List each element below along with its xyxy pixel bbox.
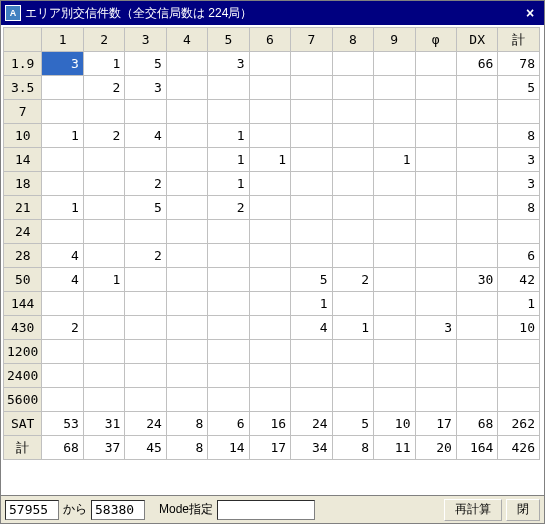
cell[interactable] (456, 388, 497, 412)
cell[interactable]: 3 (498, 148, 540, 172)
cell[interactable]: 1 (291, 292, 332, 316)
cell[interactable] (249, 172, 290, 196)
cell[interactable] (291, 172, 332, 196)
cell[interactable] (332, 220, 373, 244)
cell[interactable] (83, 148, 124, 172)
cell[interactable] (83, 244, 124, 268)
cell[interactable] (208, 244, 249, 268)
row-header[interactable]: 3.5 (4, 76, 42, 100)
cell[interactable] (415, 292, 456, 316)
cell[interactable] (249, 196, 290, 220)
cell[interactable] (125, 148, 166, 172)
row-header[interactable]: 1200 (4, 340, 42, 364)
cell[interactable] (166, 268, 207, 292)
cell[interactable] (249, 292, 290, 316)
cell[interactable] (374, 220, 415, 244)
cell[interactable] (456, 220, 497, 244)
cell[interactable] (249, 124, 290, 148)
cell[interactable] (374, 364, 415, 388)
cell[interactable] (332, 172, 373, 196)
cell[interactable]: 45 (125, 436, 166, 460)
cell[interactable] (374, 268, 415, 292)
to-input[interactable] (91, 500, 145, 520)
cell[interactable]: 4 (42, 268, 83, 292)
cell[interactable]: 1 (498, 292, 540, 316)
cell[interactable] (291, 148, 332, 172)
col-header[interactable]: 5 (208, 28, 249, 52)
cell[interactable]: 4 (125, 124, 166, 148)
col-header[interactable]: 6 (249, 28, 290, 52)
col-header[interactable]: 4 (166, 28, 207, 52)
cell[interactable] (291, 244, 332, 268)
cell[interactable] (456, 316, 497, 340)
cell[interactable] (249, 388, 290, 412)
cell[interactable] (332, 52, 373, 76)
cell[interactable] (374, 196, 415, 220)
cell[interactable] (83, 340, 124, 364)
cell[interactable] (166, 316, 207, 340)
cell[interactable] (166, 100, 207, 124)
cell[interactable] (83, 316, 124, 340)
cell[interactable] (291, 388, 332, 412)
cell[interactable]: 6 (208, 412, 249, 436)
col-header[interactable]: 8 (332, 28, 373, 52)
cell[interactable]: 3 (42, 52, 83, 76)
cell[interactable] (249, 100, 290, 124)
cell[interactable] (456, 340, 497, 364)
cell[interactable]: 11 (374, 436, 415, 460)
cell[interactable]: 1 (208, 148, 249, 172)
col-header[interactable]: 1 (42, 28, 83, 52)
cell[interactable] (374, 52, 415, 76)
cell[interactable]: 2 (125, 244, 166, 268)
cell[interactable]: 10 (498, 316, 540, 340)
cell[interactable]: 5 (498, 76, 540, 100)
row-header[interactable]: 14 (4, 148, 42, 172)
cell[interactable]: 17 (415, 412, 456, 436)
cell[interactable]: 6 (498, 244, 540, 268)
cell[interactable] (415, 268, 456, 292)
cell[interactable] (83, 292, 124, 316)
close-button[interactable]: 閉 (506, 499, 540, 521)
cell[interactable] (498, 220, 540, 244)
cell[interactable] (374, 172, 415, 196)
cell[interactable] (208, 364, 249, 388)
cell[interactable] (332, 364, 373, 388)
cell[interactable] (249, 316, 290, 340)
cell[interactable]: 5 (332, 412, 373, 436)
cell[interactable] (498, 364, 540, 388)
row-header[interactable]: 10 (4, 124, 42, 148)
cell[interactable]: 3 (125, 76, 166, 100)
cell[interactable]: 16 (249, 412, 290, 436)
cell[interactable] (83, 388, 124, 412)
col-header[interactable]: 7 (291, 28, 332, 52)
cell[interactable] (166, 364, 207, 388)
cell[interactable] (456, 172, 497, 196)
cell[interactable] (125, 100, 166, 124)
cell[interactable] (291, 220, 332, 244)
cell[interactable]: 1 (83, 52, 124, 76)
cell[interactable] (415, 340, 456, 364)
cell[interactable]: 8 (332, 436, 373, 460)
col-header[interactable]: 2 (83, 28, 124, 52)
from-input[interactable] (5, 500, 59, 520)
cell[interactable]: 8 (498, 124, 540, 148)
cell[interactable] (415, 388, 456, 412)
cell[interactable] (249, 220, 290, 244)
cell[interactable] (42, 76, 83, 100)
cell[interactable]: 3 (415, 316, 456, 340)
cell[interactable] (125, 316, 166, 340)
cell[interactable]: 68 (456, 412, 497, 436)
cell[interactable] (208, 292, 249, 316)
col-header[interactable]: 3 (125, 28, 166, 52)
col-header[interactable]: 計 (498, 28, 540, 52)
cell[interactable]: 1 (42, 196, 83, 220)
cell[interactable] (208, 76, 249, 100)
row-header[interactable]: 50 (4, 268, 42, 292)
cell[interactable] (415, 52, 456, 76)
cell[interactable]: 66 (456, 52, 497, 76)
cell[interactable] (42, 388, 83, 412)
cell[interactable]: 78 (498, 52, 540, 76)
col-header[interactable]: 9 (374, 28, 415, 52)
cell[interactable] (415, 100, 456, 124)
cell[interactable] (166, 292, 207, 316)
